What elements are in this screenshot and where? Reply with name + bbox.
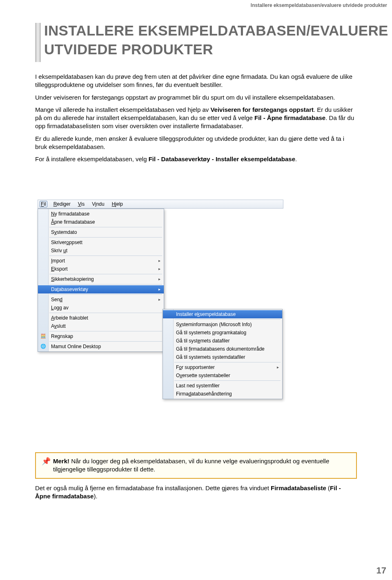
menubar: FFilil RedigerRediger VisVis VinduVindu …	[38, 200, 283, 209]
note-label: Merk!	[53, 458, 69, 464]
footer-b: Firmadatabaseliste	[271, 484, 326, 491]
menu-mamut-online[interactable]: 🌐Mamut Online Desktop	[38, 342, 164, 351]
menu-databaseverktoy[interactable]: Databaseverktøy▸Databaseverktøy	[38, 285, 164, 293]
chevron-right-icon: ▸	[158, 258, 160, 263]
menu-eksport[interactable]: Eksport▸Eksport	[38, 265, 164, 273]
p5-b: Fil - Databaseverktøy - Installer eksemp…	[149, 156, 295, 162]
page-number: 17	[376, 565, 386, 576]
chevron-right-icon: ▸	[158, 287, 160, 291]
title-line-1: INSTALLERE EKSEMPELDATABASEN/EVALUERE	[44, 22, 388, 38]
menubar-vis[interactable]: VisVis	[77, 201, 86, 207]
paragraph-3: Mange vil allerede ha installert eksempe…	[35, 106, 357, 131]
menu-separator	[49, 331, 162, 331]
body-copy: I eksempeldatabasen kan du prøve deg fre…	[35, 73, 357, 167]
p3-d: Fil - Åpne firmadatabase	[254, 114, 325, 121]
submenu-programkatalog[interactable]: Gå til systemets programkatalogGå til sy…	[163, 329, 282, 337]
p5-a: For å installere eksempeldatabasen, velg	[35, 156, 149, 162]
menu-mamut-label: Mamut Online Desktop	[51, 344, 101, 349]
regnskap-icon: 🧮	[40, 333, 47, 339]
page-title: INSTALLERE EKSEMPELDATABASEN/EVALUERE UT…	[44, 21, 388, 58]
menu-apne-firmadatabase[interactable]: Åpne firmadatabaseÅpne firmadatabase	[38, 218, 164, 226]
footer-paragraph: Det er også mulig å fjerne en firmadatab…	[35, 484, 357, 501]
submenu-systeminformasjon[interactable]: Systeminformasjon (Microsoft Info)System…	[163, 320, 282, 329]
menu-send[interactable]: Send▸Send	[38, 296, 164, 304]
paragraph-1: I eksempeldatabasen kan du prøve deg fre…	[35, 73, 357, 89]
pushpin-icon: 📌	[42, 456, 51, 466]
submenu-systemdatafiler[interactable]: Gå til systemets systemdatafilerGå til s…	[163, 353, 282, 361]
fil-dropdown: Ny firmadatabaseNy firmadatabase Åpne fi…	[38, 209, 164, 352]
globe-icon: 🌐	[40, 344, 47, 349]
chevron-right-icon: ▸	[277, 365, 279, 369]
menu-separator	[49, 237, 162, 238]
note-text: Når du logger deg på eksempeldatabasen, …	[53, 458, 329, 473]
menubar-vindu[interactable]: VinduVindu	[91, 201, 106, 207]
menu-systemdato[interactable]: SystemdatoSystemdato	[38, 228, 164, 236]
paragraph-4: Er du allerede kunde, men ønsker å evalu…	[35, 135, 357, 151]
submenu-last-ned[interactable]: Last ned systemfiler	[163, 382, 282, 390]
chevron-right-icon: ▸	[158, 277, 160, 281]
menu-separator	[49, 284, 162, 284]
menu-separator	[174, 362, 281, 362]
submenu-oversette[interactable]: Oversette systemtabellerOversette system…	[163, 371, 282, 380]
p3-b: Veiviseren for førstegangs oppstart	[210, 106, 314, 113]
databaseverktoy-submenu: Installer eksempeldatabaseInstaller ekse…	[163, 309, 283, 399]
menu-skriveroppsett[interactable]: SkriveroppsettSkriveroppsett	[38, 238, 164, 247]
paragraph-5: For å installere eksempeldatabasen, velg…	[35, 155, 357, 163]
menu-skriv-ut[interactable]: Skriv utSkriv ut	[38, 247, 164, 255]
p3-a: Mange vil allerede ha installert eksempe…	[35, 106, 210, 113]
title-accent-bar	[35, 23, 41, 62]
paragraph-2: Under veiviseren for førstegangs oppstar…	[35, 93, 357, 102]
submenu-last-ned-label: Last ned systemfiler	[176, 383, 220, 389]
submenu-datafiler[interactable]: Gå til systemets datafilerGå til systeme…	[163, 337, 282, 345]
menu-logg-av[interactable]: Logg avLogg av	[38, 304, 164, 312]
p5-c: .	[295, 156, 297, 162]
menu-arbeide-frakoblet[interactable]: Arbeide frakobletArbeide frakoblet	[38, 314, 164, 322]
header-path: Installere eksempeldatabasen/evaluere ut…	[251, 2, 387, 8]
footer-a: Det er også mulig å fjerne en firmadatab…	[35, 484, 271, 491]
submenu-dokumentomrade[interactable]: Gå til firmadatabasens dokumentområdeGå …	[163, 345, 282, 353]
chevron-right-icon: ▸	[158, 297, 160, 302]
menu-separator	[174, 319, 281, 320]
menu-regnskap-label: Regnskap	[51, 333, 73, 339]
submenu-handtering[interactable]: FirmadatabasehåndteringFirmadatabasehånd…	[163, 390, 282, 398]
menu-separator	[174, 380, 281, 381]
menu-import[interactable]: Import▸Import	[38, 257, 164, 265]
note-box: 📌 Merk! Når du logger deg på eksempeldat…	[35, 452, 357, 479]
menu-separator	[49, 341, 162, 342]
menu-separator	[49, 227, 162, 227]
submenu-supportsenter[interactable]: For supportsenter▸For supportsenter	[163, 363, 282, 371]
menu-separator	[49, 313, 162, 313]
submenu-installer-eksempeldatabase[interactable]: Installer eksempeldatabaseInstaller ekse…	[163, 310, 282, 318]
menu-screenshot: FFilil RedigerRediger VisVis VinduVindu …	[38, 200, 283, 352]
menu-sikkerhetskopiering[interactable]: Sikkerhetskopiering▸Sikkerhetskopiering	[38, 275, 164, 283]
menubar-hjelp[interactable]: HjelpHjelp	[111, 201, 124, 207]
menu-separator	[49, 294, 162, 295]
title-line-2: UTVIDEDE PRODUKTER	[44, 41, 213, 57]
menubar-fil[interactable]: FFilil	[40, 201, 47, 207]
footer-c: (	[326, 484, 330, 491]
menubar-rediger[interactable]: RedigerRediger	[52, 201, 72, 207]
menu-separator	[49, 274, 162, 274]
menu-separator	[49, 256, 162, 256]
footer-e: ).	[94, 493, 97, 500]
menu-ny-firmadatabase[interactable]: Ny firmadatabaseNy firmadatabase	[38, 210, 164, 218]
menu-avslutt[interactable]: AvsluttAvslutt	[38, 322, 164, 330]
menu-regnskap[interactable]: 🧮Regnskap	[38, 332, 164, 340]
chevron-right-icon: ▸	[158, 267, 160, 271]
